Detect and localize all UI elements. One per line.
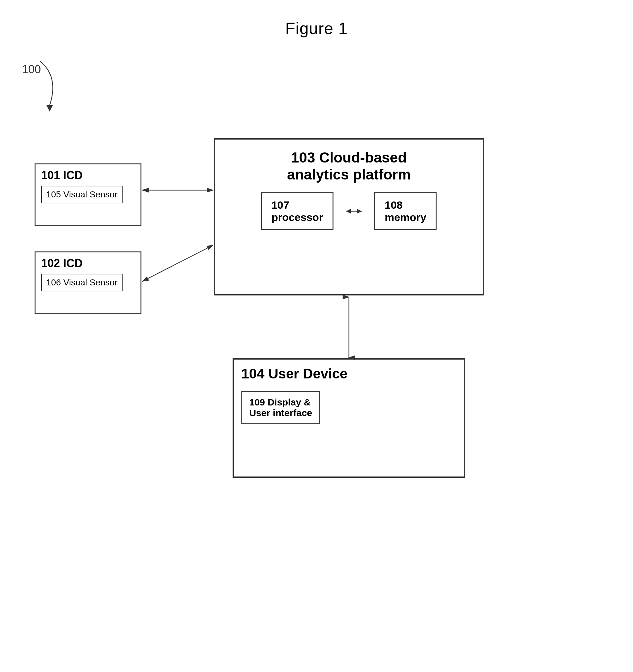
icd-101-label: 101 ICD xyxy=(41,169,135,182)
user-device-box: 104 User Device 109 Display &User interf… xyxy=(233,358,465,478)
icd-101-box: 101 ICD 105 Visual Sensor xyxy=(34,164,141,226)
curved-arrow-icon xyxy=(21,58,72,115)
memory-box: 108memory xyxy=(374,192,437,230)
display-interface-box: 109 Display &User interface xyxy=(241,391,320,424)
processor-box: 107processor xyxy=(261,192,334,230)
sensor-105-box: 105 Visual Sensor xyxy=(41,186,123,203)
cloud-platform-label: 103 Cloud-basedanalytics platform xyxy=(222,149,475,183)
svg-marker-0 xyxy=(47,105,53,112)
svg-line-3 xyxy=(142,245,213,281)
user-device-label: 104 User Device xyxy=(241,366,456,382)
icd-102-label: 102 ICD xyxy=(41,257,135,270)
icd-102-box: 102 ICD 106 Visual Sensor xyxy=(34,251,141,314)
sensor-106-box: 106 Visual Sensor xyxy=(41,274,123,291)
diagram-container: 101 ICD 105 Visual Sensor 102 ICD 106 Vi… xyxy=(19,138,610,641)
cloud-platform-box: 103 Cloud-basedanalytics platform 107pro… xyxy=(214,138,484,295)
figure-title: Figure 1 xyxy=(0,0,633,38)
processor-memory-arrow-icon xyxy=(343,205,365,217)
